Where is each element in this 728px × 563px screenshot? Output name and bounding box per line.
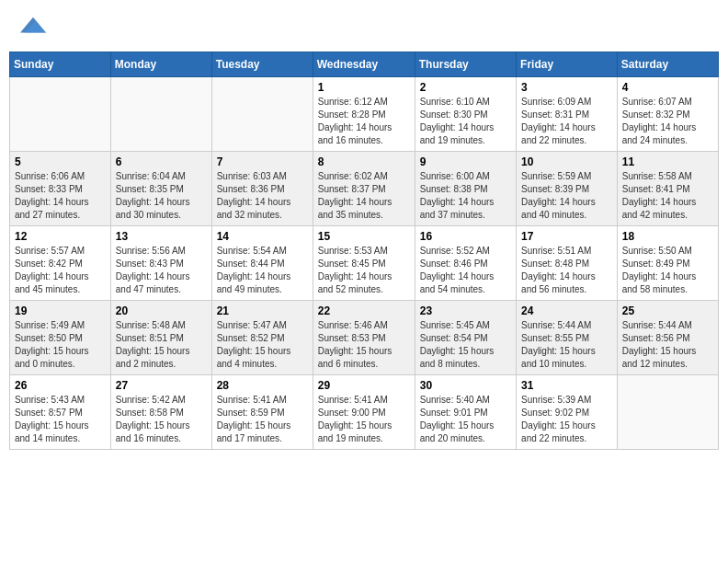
calendar-cell: 31Sunrise: 5:39 AM Sunset: 9:02 PM Dayli… bbox=[517, 375, 618, 450]
day-info: Sunrise: 6:09 AM Sunset: 8:31 PM Dayligh… bbox=[521, 96, 612, 147]
weekday-header: Friday bbox=[517, 52, 618, 77]
day-number: 17 bbox=[521, 230, 612, 243]
calendar-cell: 18Sunrise: 5:50 AM Sunset: 8:49 PM Dayli… bbox=[617, 226, 718, 301]
day-number: 25 bbox=[622, 304, 713, 317]
day-number: 26 bbox=[15, 379, 106, 392]
calendar-cell: 15Sunrise: 5:53 AM Sunset: 8:45 PM Dayli… bbox=[313, 226, 415, 301]
day-info: Sunrise: 5:39 AM Sunset: 9:02 PM Dayligh… bbox=[521, 394, 612, 445]
day-info: Sunrise: 5:50 AM Sunset: 8:49 PM Dayligh… bbox=[622, 245, 713, 296]
day-number: 2 bbox=[420, 81, 511, 94]
day-info: Sunrise: 5:52 AM Sunset: 8:46 PM Dayligh… bbox=[420, 245, 511, 296]
calendar-cell bbox=[10, 77, 111, 152]
calendar-week-row: 1Sunrise: 6:12 AM Sunset: 8:28 PM Daylig… bbox=[10, 77, 719, 152]
calendar-week-row: 5Sunrise: 6:06 AM Sunset: 8:33 PM Daylig… bbox=[10, 152, 719, 226]
weekday-header: Saturday bbox=[617, 52, 718, 77]
day-number: 28 bbox=[217, 379, 308, 392]
day-info: Sunrise: 5:41 AM Sunset: 8:59 PM Dayligh… bbox=[217, 394, 308, 445]
day-number: 10 bbox=[521, 155, 612, 168]
calendar-week-row: 26Sunrise: 5:43 AM Sunset: 8:57 PM Dayli… bbox=[10, 375, 719, 450]
calendar-cell: 30Sunrise: 5:40 AM Sunset: 9:01 PM Dayli… bbox=[415, 375, 516, 450]
day-info: Sunrise: 5:48 AM Sunset: 8:51 PM Dayligh… bbox=[116, 319, 207, 371]
day-info: Sunrise: 5:51 AM Sunset: 8:48 PM Dayligh… bbox=[521, 245, 612, 296]
day-number: 11 bbox=[622, 155, 713, 168]
page-header bbox=[9, 9, 719, 46]
weekday-header: Monday bbox=[110, 52, 211, 77]
calendar-cell: 25Sunrise: 5:44 AM Sunset: 8:56 PM Dayli… bbox=[617, 301, 718, 375]
day-number: 15 bbox=[318, 230, 410, 243]
weekday-header: Tuesday bbox=[211, 52, 313, 77]
day-info: Sunrise: 5:56 AM Sunset: 8:43 PM Dayligh… bbox=[116, 245, 207, 296]
calendar-cell: 3Sunrise: 6:09 AM Sunset: 8:31 PM Daylig… bbox=[517, 77, 618, 152]
day-number: 14 bbox=[217, 230, 308, 243]
day-number: 16 bbox=[420, 230, 511, 243]
calendar-cell: 22Sunrise: 5:46 AM Sunset: 8:53 PM Dayli… bbox=[313, 301, 415, 375]
day-info: Sunrise: 6:00 AM Sunset: 8:38 PM Dayligh… bbox=[420, 170, 511, 222]
day-number: 5 bbox=[15, 155, 106, 168]
day-number: 19 bbox=[15, 304, 106, 317]
day-info: Sunrise: 5:46 AM Sunset: 8:53 PM Dayligh… bbox=[318, 319, 410, 371]
day-number: 31 bbox=[521, 379, 612, 392]
calendar-cell: 27Sunrise: 5:42 AM Sunset: 8:58 PM Dayli… bbox=[110, 375, 211, 450]
calendar-cell: 28Sunrise: 5:41 AM Sunset: 8:59 PM Dayli… bbox=[211, 375, 313, 450]
day-info: Sunrise: 5:44 AM Sunset: 8:56 PM Dayligh… bbox=[622, 319, 713, 371]
calendar-cell bbox=[211, 77, 313, 152]
calendar-cell: 19Sunrise: 5:49 AM Sunset: 8:50 PM Dayli… bbox=[10, 301, 111, 375]
calendar-cell: 11Sunrise: 5:58 AM Sunset: 8:41 PM Dayli… bbox=[617, 152, 718, 226]
calendar-cell: 5Sunrise: 6:06 AM Sunset: 8:33 PM Daylig… bbox=[10, 152, 111, 226]
calendar-cell: 9Sunrise: 6:00 AM Sunset: 8:38 PM Daylig… bbox=[415, 152, 516, 226]
day-info: Sunrise: 5:40 AM Sunset: 9:01 PM Dayligh… bbox=[420, 394, 511, 445]
logo-icon bbox=[20, 13, 46, 39]
day-info: Sunrise: 5:58 AM Sunset: 8:41 PM Dayligh… bbox=[622, 170, 713, 222]
calendar-cell: 10Sunrise: 5:59 AM Sunset: 8:39 PM Dayli… bbox=[517, 152, 618, 226]
weekday-header: Thursday bbox=[415, 52, 516, 77]
day-number: 4 bbox=[622, 81, 713, 94]
calendar-cell: 20Sunrise: 5:48 AM Sunset: 8:51 PM Dayli… bbox=[110, 301, 211, 375]
day-info: Sunrise: 5:43 AM Sunset: 8:57 PM Dayligh… bbox=[15, 394, 106, 445]
day-number: 3 bbox=[521, 81, 612, 94]
day-info: Sunrise: 5:53 AM Sunset: 8:45 PM Dayligh… bbox=[318, 245, 410, 296]
calendar-cell: 16Sunrise: 5:52 AM Sunset: 8:46 PM Dayli… bbox=[415, 226, 516, 301]
weekday-header-row: SundayMondayTuesdayWednesdayThursdayFrid… bbox=[10, 52, 719, 77]
calendar-cell: 4Sunrise: 6:07 AM Sunset: 8:32 PM Daylig… bbox=[617, 77, 718, 152]
day-info: Sunrise: 5:47 AM Sunset: 8:52 PM Dayligh… bbox=[217, 319, 308, 371]
calendar-week-row: 12Sunrise: 5:57 AM Sunset: 8:42 PM Dayli… bbox=[10, 226, 719, 301]
day-info: Sunrise: 5:49 AM Sunset: 8:50 PM Dayligh… bbox=[15, 319, 106, 371]
day-number: 7 bbox=[217, 155, 308, 168]
day-info: Sunrise: 5:54 AM Sunset: 8:44 PM Dayligh… bbox=[217, 245, 308, 296]
calendar-cell: 1Sunrise: 6:12 AM Sunset: 8:28 PM Daylig… bbox=[313, 77, 415, 152]
day-number: 12 bbox=[15, 230, 106, 243]
calendar-cell: 29Sunrise: 5:41 AM Sunset: 9:00 PM Dayli… bbox=[313, 375, 415, 450]
calendar-cell: 21Sunrise: 5:47 AM Sunset: 8:52 PM Dayli… bbox=[211, 301, 313, 375]
day-info: Sunrise: 6:04 AM Sunset: 8:35 PM Dayligh… bbox=[116, 170, 207, 222]
day-number: 27 bbox=[116, 379, 207, 392]
calendar-cell: 8Sunrise: 6:02 AM Sunset: 8:37 PM Daylig… bbox=[313, 152, 415, 226]
day-info: Sunrise: 5:59 AM Sunset: 8:39 PM Dayligh… bbox=[521, 170, 612, 222]
calendar-cell: 2Sunrise: 6:10 AM Sunset: 8:30 PM Daylig… bbox=[415, 77, 516, 152]
calendar-week-row: 19Sunrise: 5:49 AM Sunset: 8:50 PM Dayli… bbox=[10, 301, 719, 375]
weekday-header: Sunday bbox=[10, 52, 111, 77]
day-number: 21 bbox=[217, 304, 308, 317]
day-info: Sunrise: 5:57 AM Sunset: 8:42 PM Dayligh… bbox=[15, 245, 106, 296]
day-number: 30 bbox=[420, 379, 511, 392]
day-number: 8 bbox=[318, 155, 410, 168]
day-info: Sunrise: 5:45 AM Sunset: 8:54 PM Dayligh… bbox=[420, 319, 511, 371]
day-info: Sunrise: 6:07 AM Sunset: 8:32 PM Dayligh… bbox=[622, 96, 713, 147]
calendar-cell: 6Sunrise: 6:04 AM Sunset: 8:35 PM Daylig… bbox=[110, 152, 211, 226]
day-number: 9 bbox=[420, 155, 511, 168]
calendar-cell: 12Sunrise: 5:57 AM Sunset: 8:42 PM Dayli… bbox=[10, 226, 111, 301]
day-info: Sunrise: 5:41 AM Sunset: 9:00 PM Dayligh… bbox=[318, 394, 410, 445]
day-number: 13 bbox=[116, 230, 207, 243]
calendar-cell: 24Sunrise: 5:44 AM Sunset: 8:55 PM Dayli… bbox=[517, 301, 618, 375]
calendar-cell: 23Sunrise: 5:45 AM Sunset: 8:54 PM Dayli… bbox=[415, 301, 516, 375]
logo bbox=[17, 13, 46, 42]
calendar: SundayMondayTuesdayWednesdayThursdayFrid… bbox=[9, 52, 719, 450]
day-info: Sunrise: 6:03 AM Sunset: 8:36 PM Dayligh… bbox=[217, 170, 308, 222]
day-info: Sunrise: 5:42 AM Sunset: 8:58 PM Dayligh… bbox=[116, 394, 207, 445]
day-info: Sunrise: 6:12 AM Sunset: 8:28 PM Dayligh… bbox=[318, 96, 410, 147]
day-number: 6 bbox=[116, 155, 207, 168]
weekday-header: Wednesday bbox=[313, 52, 415, 77]
calendar-cell: 7Sunrise: 6:03 AM Sunset: 8:36 PM Daylig… bbox=[211, 152, 313, 226]
day-number: 18 bbox=[622, 230, 713, 243]
day-number: 20 bbox=[116, 304, 207, 317]
day-number: 23 bbox=[420, 304, 511, 317]
